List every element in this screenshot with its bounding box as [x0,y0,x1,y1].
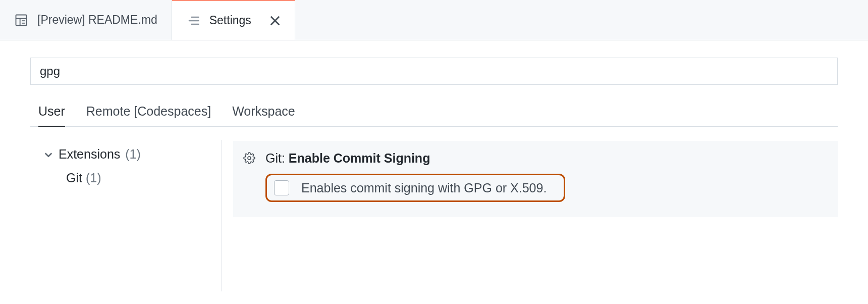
setting-description: Enables commit signing with GPG or X.509… [301,181,547,195]
svg-rect-0 [16,15,27,25]
tab-preview-readme[interactable]: [Preview] README.md [0,0,172,40]
svg-point-10 [248,157,251,160]
settings-search-input[interactable] [30,58,838,85]
scope-tab-user[interactable]: User [38,104,65,127]
tree-node-count: (1) [86,171,101,185]
preview-icon [14,13,28,27]
scope-tab-workspace[interactable]: Workspace [232,104,295,126]
settings-body: Extensions (1) Git (1) Git: Enable Comm [30,140,838,291]
tab-label: Settings [209,14,251,27]
settings-tree: Extensions (1) Git (1) [30,140,222,291]
tree-node-label: Git [66,171,82,185]
settings-list-icon [186,14,200,28]
tree-node-git[interactable]: Git (1) [43,166,222,190]
settings-results: Git: Enable Commit Signing Enables commi… [226,140,838,291]
setting-title-prefix: Git: [265,151,289,165]
enable-commit-signing-checkbox[interactable] [274,180,289,195]
tree-node-label: Extensions [59,147,120,162]
setting-body: Git: Enable Commit Signing Enables commi… [265,151,824,202]
chevron-down-icon [43,149,53,160]
setting-title-name: Enable Commit Signing [289,151,430,165]
tree-node-count: (1) [125,147,141,162]
scope-tab-remote[interactable]: Remote [Codespaces] [86,104,211,126]
editor-tab-bar: [Preview] README.md Settings [0,0,868,40]
close-icon[interactable] [269,15,281,26]
tree-node-extensions[interactable]: Extensions (1) [43,143,222,166]
setting-checkbox-row: Enables commit signing with GPG or X.509… [265,174,565,202]
tab-settings[interactable]: Settings [172,0,295,40]
setting-title: Git: Enable Commit Signing [265,151,824,166]
tab-label: [Preview] README.md [37,13,157,27]
settings-editor: User Remote [Codespaces] Workspace Exten… [0,40,868,291]
setting-git-enable-commit-signing: Git: Enable Commit Signing Enables commi… [233,141,838,217]
gear-icon[interactable] [243,151,255,202]
settings-scope-tabs: User Remote [Codespaces] Workspace [30,104,838,127]
